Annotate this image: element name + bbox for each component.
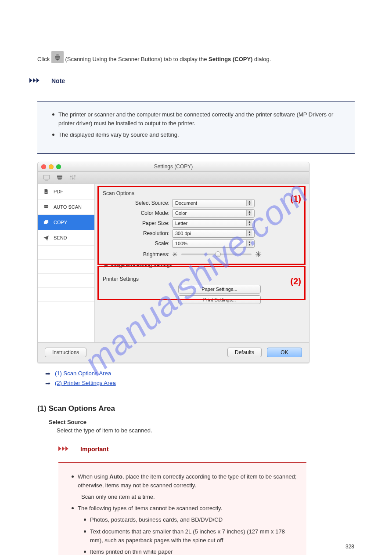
scale-value: 100%	[175, 241, 187, 246]
paper-size-label: Paper Size:	[101, 220, 169, 226]
important-block: When using Auto, place the item correctl…	[58, 462, 306, 555]
disclosure-triangle-icon: ▶	[104, 263, 108, 268]
dropdown-arrows-icon: ▲▼	[246, 200, 252, 206]
svg-point-2	[72, 178, 74, 179]
important-when: When using	[78, 473, 109, 480]
important-lead-bold: Auto	[109, 473, 122, 480]
scale-label: Scale:	[101, 240, 169, 247]
scan-options-heading: Scan Options	[103, 190, 303, 196]
svg-rect-0	[43, 175, 50, 179]
defaults-label: Defaults	[235, 349, 254, 355]
svg-point-3	[74, 175, 76, 177]
color-mode-value: Color	[175, 210, 187, 216]
select-source-value: Document	[175, 200, 197, 206]
intro-prefix: Click	[37, 56, 51, 62]
sidebar-label-copy: COPY	[54, 220, 67, 225]
sidebar-label-send: SEND	[54, 235, 67, 240]
print-settings-button[interactable]: Print Settings...	[178, 295, 261, 304]
scan-options-area-heading: (1) Scan Options Area	[37, 404, 355, 413]
color-mode-dropdown[interactable]: Color ▲▼	[172, 209, 255, 218]
dialog-titlebar: Settings (COPY)	[38, 162, 309, 172]
paper-settings-button[interactable]: Paper Settings...	[178, 285, 261, 294]
defaults-button[interactable]: Defaults	[227, 348, 262, 357]
dialog-tabbar	[38, 172, 309, 184]
link-printer-settings-area[interactable]: (2) Printer Settings Area	[55, 380, 116, 386]
dropdown-arrows-icon: ▲▼	[246, 240, 252, 247]
dropdown-arrows-icon: ▲▼	[246, 230, 252, 236]
instructions-button[interactable]: Instructions	[45, 348, 86, 357]
intro-strong: Settings (COPY)	[209, 56, 252, 62]
dialog-main-pane: (1) (2) Scan Options Select Source: Docu…	[95, 184, 309, 342]
dialog-footer: Instructions Defaults OK	[38, 342, 309, 363]
brightness-high-icon: ✳	[255, 250, 262, 259]
dropdown-arrows-icon: ▲▼	[246, 210, 252, 216]
sidebar-item-pdf[interactable]: PDF	[38, 184, 94, 200]
important-cannot: The following types of items cannot be s…	[72, 504, 298, 513]
page-number: 328	[345, 544, 354, 550]
note-label: Note	[51, 77, 65, 84]
settings-copy-dialog: Settings (COPY) PDF AUTO SCAN COPY	[37, 162, 309, 363]
select-source-desc: Select the type of item to be scanned.	[57, 427, 355, 434]
dialog-title: Settings (COPY)	[38, 163, 309, 170]
important-scan-one: Scan only one item at a time.	[81, 493, 298, 501]
print-settings-label: Print Settings...	[203, 297, 236, 302]
sidebar-label-autoscan: AUTO SCAN	[54, 204, 82, 210]
color-mode-label: Color Mode:	[101, 210, 169, 216]
resolution-dropdown[interactable]: 300 dpi ▲▼	[172, 229, 255, 238]
sidebar-item-autoscan[interactable]: AUTO SCAN	[38, 200, 94, 215]
intro-sentence: Click (Scanning Using the Scanner Button…	[37, 53, 355, 64]
resolution-value: 300 dpi	[175, 231, 191, 236]
tab-general-settings-icon[interactable]	[68, 173, 77, 182]
brightness-slider[interactable]	[181, 254, 252, 255]
scanner-buttons-tab-icon	[51, 51, 64, 63]
important-sub-3: Items printed on thin white paper	[84, 548, 298, 555]
paper-settings-label: Paper Settings...	[201, 287, 237, 292]
image-processing-label: Image Processing Settings	[111, 263, 173, 268]
note-chevron-icon	[29, 77, 47, 85]
important-label: Important	[80, 446, 109, 453]
svg-point-1	[70, 176, 72, 178]
annotation-label-2: (2)	[291, 276, 301, 287]
important-chevron-icon	[58, 445, 76, 453]
important-sub-1: Photos, postcards, business cards, and B…	[84, 515, 298, 524]
sidebar-label-pdf: PDF	[54, 189, 63, 194]
resolution-label: Resolution:	[101, 230, 169, 236]
intro-mid: (Scanning Using the Scanner Buttons) tab…	[65, 56, 209, 62]
select-source-dropdown[interactable]: Document ▲▼	[172, 199, 255, 207]
arrow-icon: ➡	[45, 380, 50, 387]
select-source-term: Select Source	[49, 419, 355, 425]
annotation-label-1: (1)	[291, 194, 301, 204]
dialog-sidebar: PDF AUTO SCAN COPY SEND	[38, 184, 95, 342]
arrow-icon: ➡	[45, 370, 50, 377]
note-item-2: The displayed items vary by source and s…	[52, 131, 347, 139]
dropdown-arrows-icon: ▲▼	[246, 220, 252, 226]
brightness-label: Brightness:	[101, 251, 169, 258]
ok-button[interactable]: OK	[267, 348, 302, 357]
image-processing-disclosure[interactable]: ▶ Image Processing Settings	[104, 263, 303, 268]
link-scan-options-area[interactable]: (1) Scan Options Area	[55, 370, 111, 377]
select-source-label: Select Source:	[101, 200, 169, 206]
paper-size-value: Letter	[175, 221, 187, 226]
section-links: ➡(1) Scan Options Area ➡(2) Printer Sett…	[45, 370, 355, 387]
note-block: The printer or scanner and the computer …	[37, 101, 355, 154]
svg-rect-4	[44, 205, 48, 206]
note-item-1: The printer or scanner and the computer …	[52, 110, 347, 128]
sidebar-item-copy[interactable]: COPY	[38, 215, 94, 230]
instructions-label: Instructions	[52, 349, 79, 355]
tab-scanner-buttons-icon[interactable]	[55, 173, 64, 182]
important-sub-2: Text documents that are smaller than 2L …	[84, 527, 298, 545]
intro-suffix: dialog.	[254, 56, 271, 62]
tab-scan-from-computer-icon[interactable]	[42, 173, 51, 182]
important-lead: When using Auto, place the item correctl…	[72, 472, 298, 501]
sidebar-item-send[interactable]: SEND	[38, 230, 94, 246]
brightness-low-icon: ✳	[172, 250, 178, 258]
paper-size-dropdown[interactable]: Letter ▲▼	[172, 219, 255, 228]
ok-label: OK	[281, 349, 288, 355]
printer-settings-heading: Printer Settings	[103, 276, 303, 282]
scale-dropdown[interactable]: 100% ▲▼	[172, 239, 255, 248]
